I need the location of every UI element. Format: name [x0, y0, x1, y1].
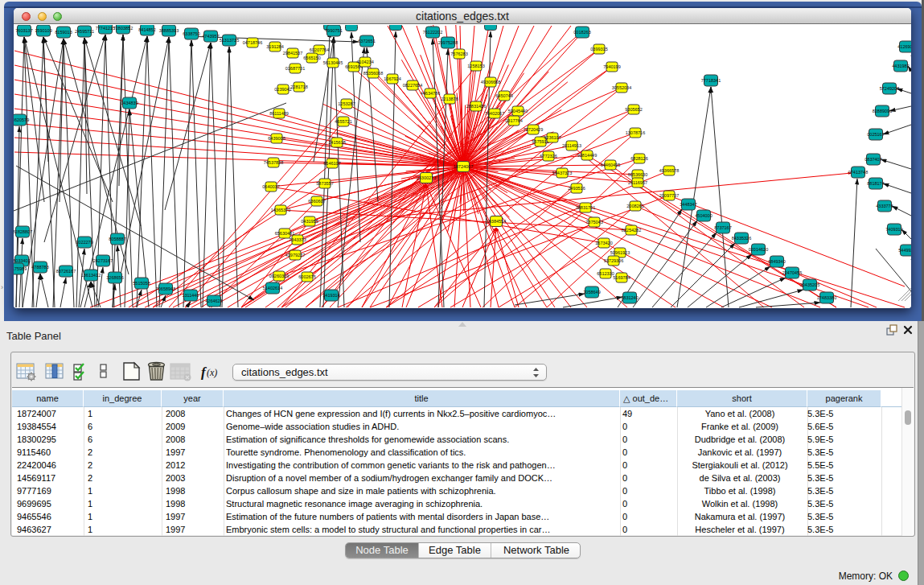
svg-text:84335326: 84335326 — [732, 236, 751, 241]
svg-text:5169784: 5169784 — [613, 275, 630, 280]
svg-text:49306668: 49306668 — [481, 80, 500, 84]
svg-text:3268656: 3268656 — [106, 275, 123, 280]
svg-text:24273167: 24273167 — [93, 258, 113, 263]
svg-text:60207764: 60207764 — [310, 47, 329, 52]
svg-text:38831701: 38831701 — [576, 205, 595, 210]
svg-text:44634786: 44634786 — [421, 91, 440, 96]
svg-text:72720429: 72720429 — [524, 127, 543, 132]
svg-text:74537838: 74537838 — [264, 160, 283, 165]
svg-text:7343373: 7343373 — [289, 237, 306, 242]
svg-text:6546107: 6546107 — [323, 161, 340, 166]
svg-text:8159013: 8159013 — [55, 30, 72, 35]
svg-text:2008261: 2008261 — [626, 204, 643, 208]
svg-text:6360607: 6360607 — [308, 199, 325, 204]
svg-text:9305652: 9305652 — [625, 107, 642, 112]
svg-text:8818174: 8818174 — [867, 181, 884, 186]
svg-text:1311440: 1311440 — [182, 293, 199, 298]
svg-text:8033401: 8033401 — [14, 258, 31, 263]
svg-text:6236107: 6236107 — [544, 135, 561, 140]
svg-text:5515058: 5515058 — [133, 281, 150, 286]
svg-text:2493516: 2493516 — [568, 186, 585, 191]
svg-text:60536630: 60536630 — [628, 172, 647, 177]
svg-text:1590109: 1590109 — [35, 28, 51, 33]
svg-text:8058887: 8058887 — [109, 237, 125, 241]
svg-text:49366578: 49366578 — [659, 168, 679, 173]
svg-text:0431955: 0431955 — [301, 219, 318, 224]
svg-text:6450749: 6450749 — [495, 93, 512, 98]
svg-text:6372651: 6372651 — [358, 39, 375, 43]
svg-text:4788783: 4788783 — [31, 265, 48, 270]
svg-text:76122202: 76122202 — [423, 30, 442, 35]
svg-text:(x): (x) — [207, 367, 217, 378]
svg-text:30552034: 30552034 — [612, 85, 631, 90]
svg-text:4431982: 4431982 — [892, 64, 909, 68]
svg-text:82828807: 82828807 — [14, 229, 32, 234]
svg-text:0831240: 0831240 — [621, 295, 638, 300]
svg-text:93814449: 93814449 — [577, 153, 597, 158]
svg-text:3448347: 3448347 — [680, 202, 696, 207]
svg-text:6565150: 6565150 — [303, 56, 320, 60]
svg-text:72803852: 72803852 — [113, 26, 133, 31]
svg-text:1673420: 1673420 — [595, 241, 612, 245]
svg-text:1258153: 1258153 — [467, 64, 484, 68]
svg-text:19384554: 19384554 — [487, 219, 506, 224]
svg-text:22470455: 22470455 — [782, 270, 802, 275]
svg-text:82254282: 82254282 — [622, 228, 641, 233]
svg-text:93729306: 93729306 — [604, 258, 623, 263]
svg-text:0018263: 0018263 — [573, 30, 590, 35]
svg-text:01687731: 01687731 — [285, 66, 305, 71]
svg-text:29975288: 29975288 — [438, 40, 458, 45]
svg-text:4504000: 4504000 — [695, 213, 712, 218]
svg-text:76402067: 76402067 — [485, 111, 504, 116]
svg-text:4264628: 4264628 — [205, 299, 222, 303]
svg-text:54437323: 54437323 — [552, 171, 572, 175]
svg-text:0640037: 0640037 — [262, 184, 279, 189]
svg-text:0837407: 0837407 — [864, 157, 881, 162]
svg-text:56130445: 56130445 — [323, 60, 343, 65]
svg-text:26116957: 26116957 — [628, 180, 647, 185]
svg-text:7409319: 7409319 — [885, 227, 902, 232]
svg-text:23300273: 23300273 — [417, 175, 436, 180]
svg-text:7576283: 7576283 — [450, 51, 467, 56]
svg-text:51402614: 51402614 — [263, 286, 282, 290]
svg-text:51313735: 51313735 — [220, 38, 239, 43]
svg-text:24595711: 24595711 — [75, 29, 94, 34]
svg-text:02014620: 02014620 — [749, 247, 768, 252]
svg-text:4333776: 4333776 — [876, 204, 893, 208]
svg-text:14365370: 14365370 — [271, 208, 290, 212]
svg-text:6439008: 6439008 — [268, 136, 285, 141]
svg-text:29841537: 29841537 — [283, 51, 302, 56]
svg-text:28831436: 28831436 — [466, 104, 486, 109]
svg-text:80175989: 80175989 — [14, 266, 27, 271]
svg-text:6772326: 6772326 — [540, 154, 556, 159]
svg-text:50961923: 50961923 — [610, 250, 630, 255]
svg-text:8737167: 8737167 — [714, 225, 731, 230]
svg-text:5873557: 5873557 — [316, 181, 333, 186]
svg-text:64460495: 64460495 — [601, 163, 620, 167]
svg-text:1253287: 1253287 — [338, 101, 355, 106]
svg-text:0317764: 0317764 — [505, 118, 522, 123]
svg-text:4655721: 4655721 — [335, 119, 351, 124]
svg-text:3191284: 3191284 — [266, 44, 283, 49]
svg-text:7603137: 7603137 — [15, 28, 32, 33]
svg-text:5449920: 5449920 — [898, 248, 911, 253]
svg-text:0399315: 0399315 — [590, 47, 607, 51]
svg-text:0239042: 0239042 — [274, 87, 291, 92]
svg-text:82889093: 82889093 — [873, 109, 892, 113]
svg-text:85356068: 85356068 — [363, 71, 383, 76]
svg-text:1067924: 1067924 — [384, 76, 400, 81]
svg-text:6002675: 6002675 — [298, 274, 315, 279]
svg-text:08227654: 08227654 — [403, 83, 422, 88]
svg-text:77718341: 77718341 — [701, 78, 721, 83]
svg-text:2281718: 2281718 — [290, 84, 307, 89]
svg-text:7990751: 7990751 — [325, 28, 342, 33]
svg-text:20097737: 20097737 — [659, 193, 679, 198]
svg-text:7375043: 7375043 — [585, 220, 602, 225]
svg-text:18724007: 18724007 — [454, 164, 473, 169]
svg-text:13078716: 13078716 — [626, 130, 645, 135]
svg-text:70658948: 70658948 — [156, 286, 175, 291]
svg-text:0434839: 0434839 — [121, 101, 138, 105]
svg-text:7058649: 7058649 — [583, 290, 600, 295]
svg-text:6828126: 6828126 — [630, 156, 647, 161]
svg-text:77741215: 77741215 — [96, 26, 115, 31]
